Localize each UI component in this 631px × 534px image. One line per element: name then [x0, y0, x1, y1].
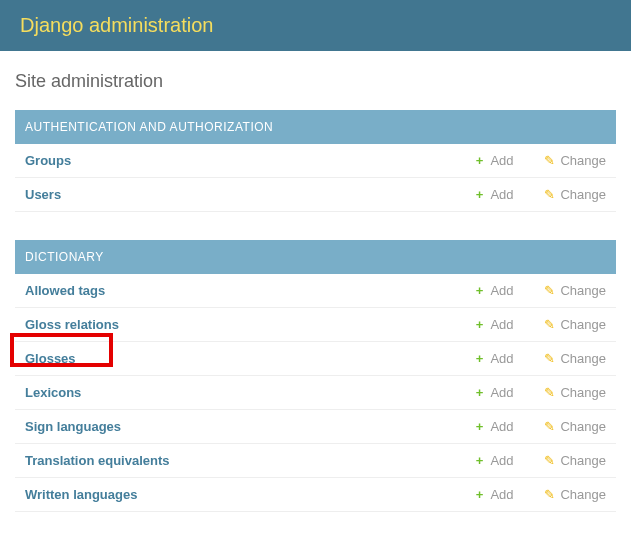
- model-link[interactable]: Groups: [25, 153, 71, 168]
- change-cell: ✎Change: [532, 274, 616, 308]
- pencil-icon: ✎: [542, 453, 556, 468]
- change-cell: ✎Change: [532, 478, 616, 512]
- plus-icon: +: [472, 283, 486, 298]
- module: DICTIONARYAllowed tags+Add✎ChangeGloss r…: [15, 240, 616, 512]
- model-name-cell: Sign languages: [15, 410, 462, 444]
- add-cell: +Add: [462, 274, 532, 308]
- change-button[interactable]: ✎Change: [542, 385, 606, 400]
- table-row: Written languages+Add✎Change: [15, 478, 616, 512]
- add-button[interactable]: +Add: [472, 153, 513, 168]
- add-label: Add: [490, 187, 513, 202]
- add-label: Add: [490, 453, 513, 468]
- pencil-icon: ✎: [542, 153, 556, 168]
- model-name-cell: Groups: [15, 144, 462, 178]
- content: Site administration AUTHENTICATION AND A…: [0, 51, 631, 534]
- change-button[interactable]: ✎Change: [542, 153, 606, 168]
- change-label: Change: [560, 317, 606, 332]
- add-label: Add: [490, 487, 513, 502]
- change-button[interactable]: ✎Change: [542, 187, 606, 202]
- change-button[interactable]: ✎Change: [542, 419, 606, 434]
- add-button[interactable]: +Add: [472, 453, 513, 468]
- add-label: Add: [490, 317, 513, 332]
- change-label: Change: [560, 453, 606, 468]
- add-cell: +Add: [462, 178, 532, 212]
- module-header: DICTIONARY: [15, 240, 616, 274]
- plus-icon: +: [472, 317, 486, 332]
- change-label: Change: [560, 153, 606, 168]
- table-row: Groups+Add✎Change: [15, 144, 616, 178]
- change-cell: ✎Change: [532, 444, 616, 478]
- table-row: Lexicons+Add✎Change: [15, 376, 616, 410]
- model-name-cell: Written languages: [15, 478, 462, 512]
- admin-header: Django administration: [0, 0, 631, 51]
- plus-icon: +: [472, 453, 486, 468]
- table-row: Translation equivalents+Add✎Change: [15, 444, 616, 478]
- add-button[interactable]: +Add: [472, 385, 513, 400]
- model-table: Allowed tags+Add✎ChangeGloss relations+A…: [15, 274, 616, 512]
- model-name-cell: Gloss relations: [15, 308, 462, 342]
- plus-icon: +: [472, 153, 486, 168]
- model-table: Groups+Add✎ChangeUsers+Add✎Change: [15, 144, 616, 212]
- pencil-icon: ✎: [542, 385, 556, 400]
- change-cell: ✎Change: [532, 144, 616, 178]
- module: AUTHENTICATION AND AUTHORIZATIONGroups+A…: [15, 110, 616, 212]
- model-link[interactable]: Translation equivalents: [25, 453, 170, 468]
- plus-icon: +: [472, 385, 486, 400]
- add-cell: +Add: [462, 410, 532, 444]
- add-cell: +Add: [462, 444, 532, 478]
- model-name-cell: Lexicons: [15, 376, 462, 410]
- model-link[interactable]: Users: [25, 187, 61, 202]
- table-row: Allowed tags+Add✎Change: [15, 274, 616, 308]
- model-link[interactable]: Glosses: [25, 351, 76, 366]
- change-label: Change: [560, 351, 606, 366]
- model-name-cell: Users: [15, 178, 462, 212]
- add-label: Add: [490, 283, 513, 298]
- table-row: Sign languages+Add✎Change: [15, 410, 616, 444]
- change-label: Change: [560, 419, 606, 434]
- pencil-icon: ✎: [542, 283, 556, 298]
- add-label: Add: [490, 351, 513, 366]
- add-button[interactable]: +Add: [472, 283, 513, 298]
- model-link[interactable]: Lexicons: [25, 385, 81, 400]
- pencil-icon: ✎: [542, 487, 556, 502]
- add-button[interactable]: +Add: [472, 351, 513, 366]
- model-link[interactable]: Allowed tags: [25, 283, 105, 298]
- add-button[interactable]: +Add: [472, 487, 513, 502]
- plus-icon: +: [472, 419, 486, 434]
- table-row: Users+Add✎Change: [15, 178, 616, 212]
- change-button[interactable]: ✎Change: [542, 317, 606, 332]
- add-label: Add: [490, 385, 513, 400]
- plus-icon: +: [472, 351, 486, 366]
- change-cell: ✎Change: [532, 376, 616, 410]
- add-cell: +Add: [462, 376, 532, 410]
- change-label: Change: [560, 385, 606, 400]
- pencil-icon: ✎: [542, 187, 556, 202]
- model-name-cell: Translation equivalents: [15, 444, 462, 478]
- model-link[interactable]: Written languages: [25, 487, 137, 502]
- change-button[interactable]: ✎Change: [542, 351, 606, 366]
- plus-icon: +: [472, 487, 486, 502]
- add-button[interactable]: +Add: [472, 419, 513, 434]
- add-cell: +Add: [462, 144, 532, 178]
- change-button[interactable]: ✎Change: [542, 487, 606, 502]
- add-button[interactable]: +Add: [472, 187, 513, 202]
- pencil-icon: ✎: [542, 351, 556, 366]
- change-label: Change: [560, 487, 606, 502]
- pencil-icon: ✎: [542, 317, 556, 332]
- add-label: Add: [490, 153, 513, 168]
- change-button[interactable]: ✎Change: [542, 283, 606, 298]
- add-button[interactable]: +Add: [472, 317, 513, 332]
- model-link[interactable]: Gloss relations: [25, 317, 119, 332]
- change-cell: ✎Change: [532, 410, 616, 444]
- site-title: Django administration: [20, 14, 611, 37]
- change-cell: ✎Change: [532, 178, 616, 212]
- model-link[interactable]: Sign languages: [25, 419, 121, 434]
- add-cell: +Add: [462, 308, 532, 342]
- change-cell: ✎Change: [532, 342, 616, 376]
- table-row: Glosses+Add✎Change: [15, 342, 616, 376]
- module-header: AUTHENTICATION AND AUTHORIZATION: [15, 110, 616, 144]
- change-button[interactable]: ✎Change: [542, 453, 606, 468]
- change-label: Change: [560, 187, 606, 202]
- pencil-icon: ✎: [542, 419, 556, 434]
- model-name-cell: Glosses: [15, 342, 462, 376]
